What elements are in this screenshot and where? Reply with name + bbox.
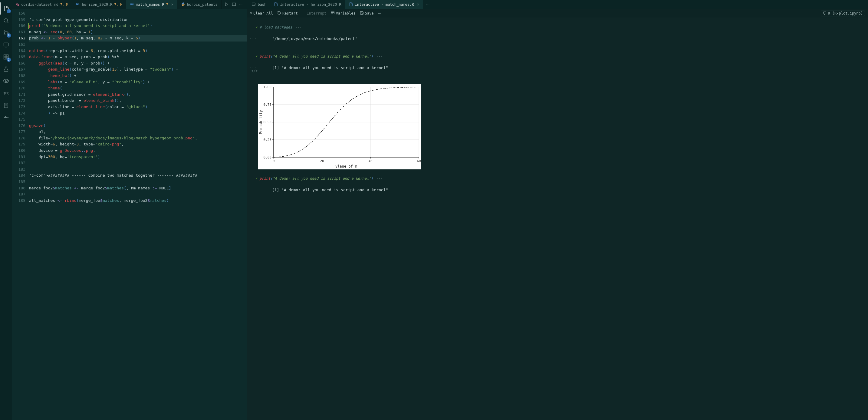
svg-text:20: 20 — [320, 159, 324, 163]
explorer-icon[interactable]: 3 — [0, 2, 12, 15]
tab-status: 7, M — [115, 3, 123, 7]
tab-cordis[interactable]: M↓ cordis-dataset.md 7, M — [12, 0, 72, 9]
cell-header[interactable]: ✓ # load packages ··· — [249, 24, 434, 31]
out-prefix: ··· — [249, 188, 256, 192]
svg-text:0.50: 0.50 — [264, 120, 272, 124]
terminal-icon — [251, 2, 256, 7]
scm-badge: 6 — [7, 33, 11, 37]
r-icon[interactable] — [0, 75, 12, 87]
code-editor[interactable]: 1581591601611621631641651661671681691701… — [12, 9, 247, 210]
check-icon: ✓ — [255, 54, 257, 58]
cells-area: ✓ # load packages ··· ···'/home/jovyan/w… — [247, 18, 434, 210]
svg-text:0: 0 — [273, 159, 275, 163]
code-icon[interactable]: </> — [251, 69, 258, 73]
search-icon[interactable] — [0, 15, 12, 27]
run-icon[interactable] — [224, 2, 229, 7]
tab-label: horizon_2020.R — [82, 2, 112, 7]
clear-all-button[interactable]: × Clear All — [250, 11, 273, 16]
stop-icon — [302, 11, 306, 16]
cell-fn: print — [259, 54, 270, 58]
out-text: [1] "A demo: all you need is script and … — [272, 188, 388, 192]
close-icon[interactable]: × — [171, 2, 174, 7]
notebook-icon[interactable] — [0, 100, 12, 112]
tab-status: 7 — [166, 3, 168, 7]
tab-label: Interactive - match_names.R — [355, 2, 414, 7]
svg-rect-20 — [331, 12, 334, 14]
svg-text:1.00: 1.00 — [264, 85, 272, 89]
variables-button[interactable]: Variables — [331, 11, 355, 16]
cell-header[interactable]: ✓ print("A demo: all you need is script … — [249, 175, 434, 182]
tex-icon[interactable]: TEX — [0, 87, 12, 100]
check-icon: ✓ — [255, 176, 257, 180]
save-button[interactable]: Save — [360, 11, 374, 16]
svg-point-0 — [4, 19, 7, 22]
tab-interactive-horizon[interactable]: Interactive - horizon_2020.R — [270, 0, 345, 9]
file-icon — [349, 2, 353, 7]
tab-interactive-match[interactable]: Interactive - match_names.R × — [345, 0, 423, 9]
cell-fn: print — [259, 176, 270, 180]
close-icon: × — [250, 11, 252, 16]
tab-label: bash — [257, 2, 266, 7]
svg-point-16 — [130, 3, 133, 5]
tab-horbis[interactable]: horbis_patents — [177, 0, 221, 9]
svg-rect-19 — [303, 12, 305, 14]
test-icon[interactable] — [0, 63, 12, 75]
svg-rect-5 — [4, 55, 6, 57]
explorer-badge: 3 — [7, 9, 11, 13]
svg-point-15 — [76, 3, 79, 5]
cell-arg: "A demo: all you need is script and a ke… — [273, 54, 371, 58]
tab-bash[interactable]: bash — [248, 0, 270, 9]
tab-label: match_names.R — [136, 2, 164, 7]
tb-label: Save — [365, 11, 374, 16]
cell-output: ···'/home/jovyan/work/notebooks/patent' — [249, 31, 434, 49]
svg-rect-4 — [4, 43, 8, 46]
tab-label: Interactive - horizon_2020.R — [280, 2, 341, 7]
cell-arg: "A demo: all you need is script and a ke… — [273, 176, 371, 180]
svg-point-1 — [4, 31, 5, 32]
r-file-icon — [130, 2, 134, 7]
code-area[interactable]: "c-com"># plot hypergeometric distributi… — [29, 9, 247, 210]
more-icon[interactable]: ··· — [239, 2, 243, 7]
close-icon[interactable]: × — [417, 2, 419, 7]
svg-rect-10 — [4, 103, 8, 108]
restart-icon — [277, 11, 281, 16]
svg-rect-7 — [4, 57, 6, 59]
split-icon[interactable] — [232, 2, 236, 7]
svg-text:0.25: 0.25 — [264, 138, 272, 142]
svg-text:0.00: 0.00 — [264, 156, 272, 159]
cell-header[interactable]: ✓ print("A demo: all you need is script … — [249, 53, 434, 60]
interrupt-button: Interrupt — [302, 11, 327, 16]
out-text: '/home/jovyan/work/notebooks/patent' — [272, 36, 358, 41]
svg-text:40: 40 — [368, 159, 372, 163]
interactive-toolbar: × Clear All Restart Interrupt Variables … — [247, 9, 434, 18]
plot-output: 02040600.000.250.500.751.00Vlaue of mPro… — [258, 84, 421, 169]
tb-label: Clear All — [253, 11, 273, 16]
tb-label: Interrupt — [307, 11, 327, 16]
svg-text:Vlaue of m: Vlaue of m — [335, 164, 357, 168]
scm-icon[interactable]: 6 — [0, 27, 12, 39]
tb-label: Variables — [336, 11, 355, 16]
save-icon — [360, 11, 364, 16]
svg-point-2 — [4, 34, 5, 35]
tab-match-names[interactable]: match_names.R 7 × — [126, 0, 177, 9]
activity-bar: 3 6 1 TEX — [0, 0, 12, 210]
markdown-icon: M↓ — [16, 3, 19, 6]
tab-status: 7, M — [60, 3, 68, 7]
remote-icon[interactable] — [0, 39, 12, 51]
svg-rect-18 — [252, 3, 255, 5]
svg-text:0.75: 0.75 — [264, 103, 272, 107]
extensions-icon[interactable]: 1 — [0, 51, 12, 63]
more-icon[interactable]: ··· — [378, 11, 381, 16]
more-icon[interactable]: ··· — [426, 2, 430, 7]
restart-button[interactable]: Restart — [277, 11, 298, 16]
cell-output: ···[1] "A demo: all you need is script a… — [249, 182, 434, 200]
docker-icon[interactable] — [0, 112, 12, 123]
python-icon — [181, 2, 185, 7]
interactive-panel: × Clear All Restart Interrupt Variables … — [247, 9, 434, 210]
tab-horizon[interactable]: horizon_2020.R 7, M — [72, 0, 126, 9]
out-prefix: ··· — [249, 36, 256, 41]
tab-label: cordis-dataset.md — [21, 2, 58, 7]
variables-icon — [331, 11, 335, 16]
out-text: [1] "A demo: all you need is script and … — [272, 65, 388, 70]
r-file-icon — [76, 2, 80, 7]
